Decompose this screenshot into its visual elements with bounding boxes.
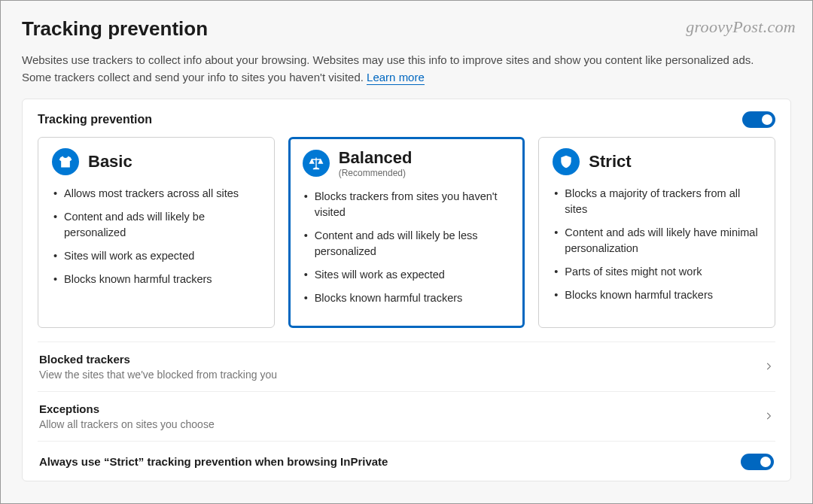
list-item: Blocks known harmful trackers — [52, 272, 260, 287]
card-strict-list: Blocks a majority of trackers from all s… — [553, 186, 761, 303]
scales-icon — [303, 150, 330, 177]
list-item: Content and ads will likely have minimal… — [553, 225, 761, 257]
card-basic[interactable]: Basic Allows most trackers across all si… — [38, 137, 275, 328]
inprivate-strict-toggle[interactable] — [741, 454, 774, 470]
inprivate-strict-row: Always use “Strict” tracking prevention … — [38, 441, 775, 481]
exceptions-title: Exceptions — [39, 402, 215, 415]
list-item: Sites will work as expected — [52, 248, 260, 264]
card-strict[interactable]: Strict Blocks a majority of trackers fro… — [538, 137, 775, 328]
list-item: Blocks trackers from sites you haven't v… — [303, 189, 511, 220]
list-item: Parts of sites might not work — [553, 264, 761, 280]
card-basic-list: Allows most trackers across all sites Co… — [52, 186, 260, 287]
learn-more-link[interactable]: Learn more — [367, 71, 425, 85]
card-basic-header: Basic — [52, 148, 260, 175]
exceptions-sub: Allow all trackers on sites you choose — [39, 418, 215, 430]
shirt-icon — [52, 148, 79, 175]
settings-frame: groovyPost.com Tracking prevention Websi… — [0, 0, 813, 504]
blocked-trackers-sub: View the sites that we've blocked from t… — [39, 369, 277, 381]
panel-header-row: Tracking prevention — [38, 111, 775, 128]
level-cards: Basic Allows most trackers across all si… — [38, 137, 775, 328]
blocked-trackers-row[interactable]: Blocked trackers View the sites that we'… — [38, 342, 775, 391]
list-item: Blocks a majority of trackers from all s… — [553, 186, 761, 217]
page-description: Websites use trackers to collect info ab… — [22, 51, 775, 87]
card-basic-title: Basic — [88, 152, 132, 171]
list-item: Content and ads will likely be less pers… — [303, 228, 511, 260]
card-balanced-list: Blocks trackers from sites you haven't v… — [303, 189, 511, 306]
list-item: Blocks known harmful trackers — [303, 290, 511, 306]
list-item: Allows most trackers across all sites — [52, 186, 260, 202]
card-balanced[interactable]: Balanced (Recommended) Blocks trackers f… — [288, 137, 525, 328]
card-strict-header: Strict — [553, 148, 761, 175]
inprivate-strict-title: Always use “Strict” tracking prevention … — [39, 455, 388, 468]
card-strict-title: Strict — [589, 152, 631, 171]
card-balanced-header: Balanced (Recommended) — [303, 148, 511, 178]
tracking-prevention-panel: Tracking prevention Basic Allows most tr… — [22, 99, 791, 481]
blocked-trackers-title: Blocked trackers — [39, 353, 277, 366]
chevron-right-icon — [763, 361, 774, 372]
page-title: Tracking prevention — [22, 17, 791, 41]
exceptions-row[interactable]: Exceptions Allow all trackers on sites y… — [38, 391, 775, 441]
tracking-prevention-toggle[interactable] — [742, 111, 775, 128]
list-item: Sites will work as expected — [303, 267, 511, 283]
watermark: groovyPost.com — [686, 17, 796, 37]
chevron-right-icon — [763, 411, 774, 421]
card-balanced-title: Balanced — [339, 148, 413, 167]
panel-header: Tracking prevention — [38, 113, 152, 126]
shield-icon — [553, 148, 580, 175]
list-item: Content and ads will likely be personali… — [52, 209, 260, 241]
list-item: Blocks known harmful trackers — [553, 287, 761, 303]
card-balanced-subtitle: (Recommended) — [339, 168, 413, 178]
